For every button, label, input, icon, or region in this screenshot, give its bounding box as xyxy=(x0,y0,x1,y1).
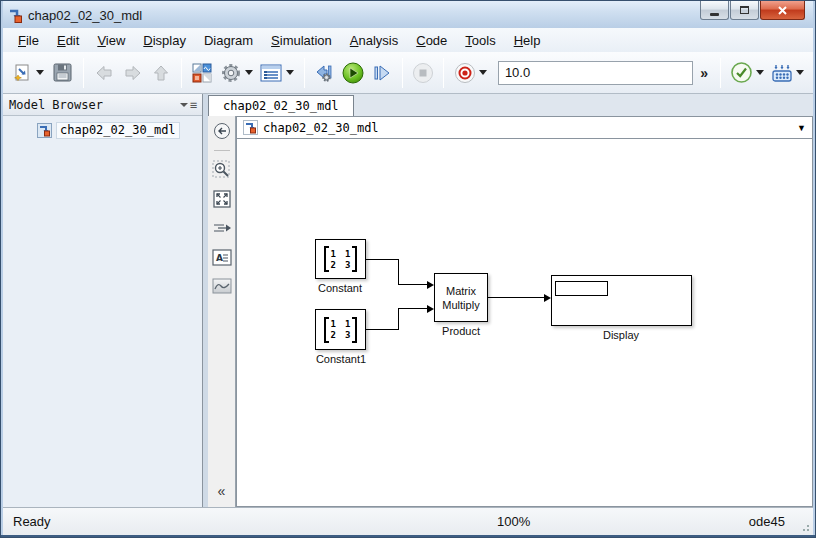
build-grid-icon xyxy=(771,63,793,83)
new-model-button[interactable] xyxy=(9,59,35,87)
block-product[interactable]: Matrix Multiply xyxy=(434,273,488,322)
menu-edit[interactable]: Edit xyxy=(48,30,88,51)
title-bar[interactable]: chap02_02_30_mdl xyxy=(3,1,813,28)
annotation-button[interactable]: A xyxy=(212,247,232,267)
minimize-icon xyxy=(710,13,719,16)
signal-wire[interactable] xyxy=(366,259,399,260)
green-check-icon xyxy=(730,61,753,84)
record-button[interactable] xyxy=(451,59,477,87)
simulink-model-icon xyxy=(243,120,258,135)
signal-wire[interactable] xyxy=(398,308,399,330)
run-play-icon xyxy=(341,61,365,85)
insert-image-button[interactable] xyxy=(212,276,232,296)
matrix-value: 2 xyxy=(331,330,336,340)
signal-line-button[interactable] xyxy=(212,218,232,238)
save-button[interactable] xyxy=(49,59,75,87)
status-solver[interactable]: ode45 xyxy=(749,514,785,529)
diagram-canvas[interactable]: 1 1 2 3 C xyxy=(236,139,813,507)
block-label-constant1: Constant1 xyxy=(316,353,366,365)
matrix-value: 3 xyxy=(345,260,350,270)
menu-analysis[interactable]: Analysis xyxy=(341,30,407,51)
matrix-value: 1 xyxy=(331,319,336,329)
back-circle-icon xyxy=(213,122,231,140)
run-button[interactable] xyxy=(340,59,366,87)
signal-wire[interactable] xyxy=(398,284,427,285)
simulink-model-icon xyxy=(7,7,23,23)
signal-wire[interactable] xyxy=(366,329,399,330)
panel-menu-button[interactable]: ≡ xyxy=(180,99,196,111)
matrix-value: 2 xyxy=(331,260,336,270)
stop-button xyxy=(410,59,436,87)
update-diagram-button[interactable] xyxy=(728,59,754,87)
dropdown-caret-icon[interactable] xyxy=(286,70,294,75)
toolbar-separator xyxy=(181,58,182,88)
zoom-button[interactable] xyxy=(212,160,232,180)
menu-diagram[interactable]: Diagram xyxy=(195,30,262,51)
menu-help[interactable]: Help xyxy=(505,30,550,51)
maximize-button[interactable] xyxy=(730,1,759,20)
dropdown-caret-icon[interactable] xyxy=(756,70,764,75)
close-icon xyxy=(777,5,788,16)
dropdown-caret-icon[interactable] xyxy=(796,70,804,75)
menu-bar: File Edit View Display Diagram Simulatio… xyxy=(3,28,813,52)
status-state: Ready xyxy=(3,514,51,529)
step-forward-button[interactable] xyxy=(369,59,395,87)
dropdown-caret-icon[interactable] xyxy=(245,70,253,75)
toolbar-overflow-button[interactable]: » xyxy=(695,65,713,81)
block-constant[interactable]: 1 1 2 3 xyxy=(315,239,366,279)
stop-icon xyxy=(412,62,434,84)
toolbar: » xyxy=(3,52,813,94)
palette-separator xyxy=(214,150,230,151)
tree-item-model[interactable]: chap02_02_30_mdl xyxy=(3,121,202,139)
menu-file[interactable]: File xyxy=(9,30,48,51)
menu-simulation[interactable]: Simulation xyxy=(262,30,341,51)
signal-wire[interactable] xyxy=(398,259,399,285)
matrix-bracket-left xyxy=(324,317,329,343)
block-label-constant: Constant xyxy=(318,282,362,294)
new-model-icon xyxy=(12,63,32,83)
step-back-button[interactable] xyxy=(312,59,338,87)
image-icon xyxy=(212,278,232,294)
breadcrumb-bar: chap02_02_30_mdl ▼ xyxy=(236,116,813,139)
menu-tools[interactable]: Tools xyxy=(456,30,504,51)
menu-view[interactable]: View xyxy=(88,30,134,51)
breadcrumb-model-name[interactable]: chap02_02_30_mdl xyxy=(263,121,379,135)
dropdown-caret-icon[interactable] xyxy=(479,70,487,75)
collapse-browser-button[interactable]: « xyxy=(218,483,226,499)
step-forward-icon xyxy=(371,62,393,84)
gear-icon xyxy=(220,62,242,84)
menu-code[interactable]: Code xyxy=(407,30,456,51)
dropdown-caret-icon[interactable] xyxy=(36,70,44,75)
model-configuration-button[interactable] xyxy=(258,59,284,87)
back-circle-button[interactable] xyxy=(212,121,232,141)
sim-stop-time-input[interactable] xyxy=(498,61,693,85)
matrix-bracket-right xyxy=(352,246,357,272)
tab-bar: chap02_02_30_mdl xyxy=(208,94,813,116)
model-settings-button[interactable] xyxy=(218,59,244,87)
fit-to-view-button[interactable] xyxy=(212,189,232,209)
back-button xyxy=(91,59,117,87)
matrix-value: 1 xyxy=(345,249,350,259)
menu-display[interactable]: Display xyxy=(134,30,195,51)
simulink-window: chap02_02_30_mdl File Edit View Display … xyxy=(0,0,816,538)
matrix-value: 3 xyxy=(345,330,350,340)
status-bar: Ready 100% ode45 xyxy=(3,507,813,535)
tab-model[interactable]: chap02_02_30_mdl xyxy=(208,95,354,116)
build-button[interactable] xyxy=(769,59,795,87)
library-browser-button[interactable] xyxy=(189,59,215,87)
resize-grip[interactable] xyxy=(798,520,810,532)
window-title: chap02_02_30_mdl xyxy=(28,7,142,23)
wire-arrowhead-icon xyxy=(427,305,434,313)
toolbar-separator xyxy=(720,58,721,88)
fit-to-view-icon xyxy=(212,189,232,209)
tree-item-label[interactable]: chap02_02_30_mdl xyxy=(56,122,180,139)
block-constant1[interactable]: 1 1 2 3 xyxy=(315,309,366,350)
close-button[interactable] xyxy=(760,1,805,20)
breadcrumb-dropdown-button[interactable]: ▼ xyxy=(797,123,806,133)
tool-palette: A « xyxy=(208,116,236,507)
model-browser-title: Model Browser xyxy=(9,98,103,112)
minimize-button[interactable] xyxy=(700,1,729,20)
block-display[interactable] xyxy=(551,275,692,326)
signal-wire[interactable] xyxy=(398,308,427,309)
signal-wire[interactable] xyxy=(488,297,544,298)
